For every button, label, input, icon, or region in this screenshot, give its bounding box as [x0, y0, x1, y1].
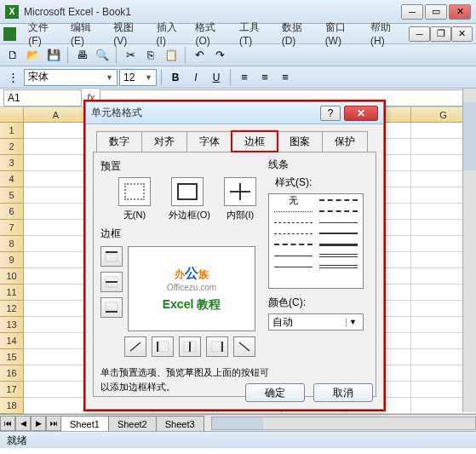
menu-format[interactable]: 格式(O) [190, 19, 234, 49]
close-button[interactable]: ✕ [449, 4, 471, 20]
maximize-button[interactable]: ▭ [425, 4, 447, 20]
minimize-button[interactable]: ─ [401, 4, 423, 20]
save-icon[interactable]: 💾 [44, 46, 63, 65]
line-style-option[interactable] [319, 242, 358, 247]
line-style-list[interactable]: 无 [268, 193, 364, 289]
line-style-option[interactable] [319, 264, 358, 269]
cancel-button[interactable]: 取消 [313, 383, 373, 402]
row-header[interactable]: 10 [0, 268, 24, 284]
open-icon[interactable]: 📂 [24, 46, 43, 65]
border-middle-v-button[interactable] [179, 336, 201, 357]
sheet-tab[interactable]: Sheet1 [60, 416, 109, 431]
row-header[interactable]: 17 [0, 382, 24, 398]
menu-tools[interactable]: 工具(T) [234, 19, 277, 49]
doc-close-button[interactable]: ✕ [451, 26, 473, 42]
cut-icon[interactable]: ✂ [121, 46, 140, 65]
doc-minimize-button[interactable]: ─ [409, 26, 430, 42]
tab-font[interactable]: 字体 [186, 131, 232, 152]
doc-restore-button[interactable]: ❐ [430, 26, 451, 42]
menu-insert[interactable]: 插入(I) [152, 19, 191, 49]
line-style-none[interactable]: 无 [274, 198, 313, 203]
row-header[interactable]: 12 [0, 301, 24, 317]
row-header[interactable]: 8 [0, 236, 24, 252]
tab-pattern[interactable]: 图案 [277, 131, 323, 152]
border-top-button[interactable] [100, 246, 123, 267]
align-right-button[interactable]: ≡ [276, 68, 295, 87]
border-diag-up-button[interactable] [124, 336, 146, 357]
tab-protection[interactable]: 保护 [322, 131, 368, 152]
tab-first-icon[interactable]: ⏮ [0, 416, 15, 431]
tab-last-icon[interactable]: ⏭ [46, 416, 61, 431]
preview-icon[interactable]: 🔍 [93, 46, 112, 65]
color-select[interactable]: 自动 ▼ [268, 313, 364, 330]
row-header[interactable]: 7 [0, 220, 24, 236]
tab-prev-icon[interactable]: ◀ [15, 416, 31, 431]
line-style-option[interactable] [319, 220, 358, 225]
row-header[interactable]: 6 [0, 204, 24, 220]
select-all-corner[interactable] [0, 107, 24, 122]
line-style-option[interactable] [319, 209, 358, 214]
row-header[interactable]: 13 [0, 317, 24, 333]
line-style-option[interactable] [274, 242, 313, 247]
font-name-select[interactable]: 宋体 ▼ [24, 69, 118, 86]
align-center-button[interactable]: ≡ [255, 68, 274, 87]
copy-icon[interactable]: ⎘ [141, 46, 160, 65]
line-style-option[interactable] [274, 264, 313, 269]
redo-icon[interactable]: ↷ [210, 46, 229, 65]
menu-window[interactable]: 窗口(W) [320, 19, 365, 49]
tab-alignment[interactable]: 对齐 [141, 131, 187, 152]
line-style-option[interactable] [274, 253, 313, 258]
new-icon[interactable]: 🗋 [3, 46, 22, 65]
row-header[interactable]: 4 [0, 171, 24, 187]
sheet-tab[interactable]: Sheet3 [156, 416, 204, 431]
preset-outline-button[interactable] [171, 177, 204, 206]
underline-button[interactable]: U [207, 68, 226, 87]
menu-help[interactable]: 帮助(H) [365, 19, 409, 49]
border-bottom-button[interactable] [100, 297, 123, 318]
toolbar-handle-icon[interactable]: ⋮ [3, 68, 22, 87]
row-header[interactable]: 5 [0, 187, 24, 204]
row-header[interactable]: 18 [0, 398, 24, 414]
row-header[interactable]: 16 [0, 365, 24, 382]
row-header[interactable]: 2 [0, 139, 24, 155]
row-header[interactable]: 9 [0, 252, 24, 268]
border-left-button[interactable] [152, 336, 174, 357]
menu-data[interactable]: 数据(D) [277, 19, 320, 49]
preset-none-button[interactable] [118, 177, 151, 206]
tab-next-icon[interactable]: ▶ [31, 416, 46, 431]
preset-inside-button[interactable] [224, 177, 256, 206]
border-right-button[interactable] [206, 336, 228, 357]
vertical-scrollbar[interactable] [462, 89, 476, 412]
menu-file[interactable]: 文件(F) [23, 19, 66, 49]
line-style-option[interactable] [274, 231, 313, 236]
row-header[interactable]: 3 [0, 155, 24, 171]
row-header[interactable]: 1 [0, 123, 24, 139]
line-style-option[interactable] [319, 231, 358, 236]
sheet-tab[interactable]: Sheet2 [108, 416, 157, 431]
dialog-close-button[interactable]: ✕ [344, 106, 378, 121]
row-header[interactable]: 15 [0, 349, 24, 365]
menu-edit[interactable]: 编辑(E) [66, 19, 108, 49]
font-size-select[interactable]: 12 ▼ [119, 69, 157, 86]
line-style-option[interactable] [274, 209, 313, 214]
align-left-button[interactable]: ≡ [235, 68, 254, 87]
border-diag-down-button[interactable] [233, 336, 255, 357]
paste-icon[interactable]: 📋 [162, 46, 181, 65]
undo-icon[interactable]: ↶ [190, 46, 209, 65]
row-header[interactable]: 11 [0, 284, 24, 301]
col-header[interactable]: A [24, 107, 89, 122]
line-style-option[interactable] [274, 220, 313, 225]
dialog-help-button[interactable]: ? [320, 106, 341, 121]
horizontal-scrollbar[interactable] [211, 417, 476, 430]
border-middle-h-button[interactable] [100, 272, 123, 292]
italic-button[interactable]: I [186, 68, 205, 87]
print-icon[interactable]: 🖶 [72, 46, 91, 65]
line-style-option[interactable] [319, 253, 358, 258]
tab-border[interactable]: 边框 [232, 131, 278, 152]
row-header[interactable]: 14 [0, 333, 24, 349]
border-preview[interactable]: 办办公公族 Officezu.com Excel 教程 [128, 246, 255, 331]
tab-number[interactable]: 数字 [96, 131, 142, 152]
name-box[interactable]: A1 [3, 89, 82, 106]
line-style-option[interactable] [319, 198, 358, 203]
ok-button[interactable]: 确定 [245, 383, 305, 402]
